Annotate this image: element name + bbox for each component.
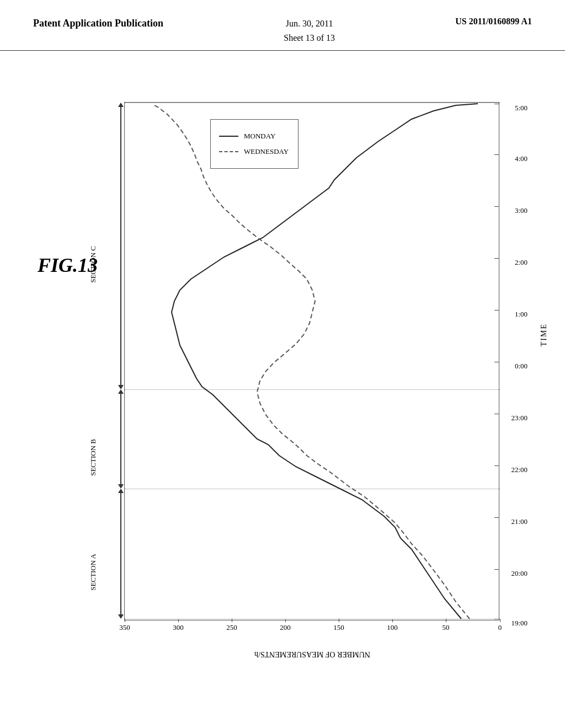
x-axis-title: NUMBER OF MEASUREMENTS/h [125, 650, 500, 659]
section-c-arrow [118, 103, 124, 389]
y-tick-300: 3:00 [515, 206, 527, 215]
sheet-info: Sheet 13 of 13 [284, 33, 335, 42]
publication-title: Patent Application Publication [33, 17, 163, 30]
x-tick-350: 350 [119, 623, 130, 632]
x-tick-250: 250 [226, 623, 237, 632]
chart-plot-area: MONDAY WEDNESDAY 5:00 4:00 3:00 2:00 [124, 102, 499, 620]
x-tick-0: 0 [498, 623, 502, 632]
section-b-arrow [118, 389, 124, 489]
y-tick-400: 4:00 [515, 154, 527, 163]
section-a-label: SECTION A [89, 554, 98, 591]
page-header: Patent Application Publication Jun. 30, … [0, 0, 565, 51]
tick-x-0 [500, 619, 500, 622]
section-c-label: SECTION C [89, 246, 98, 283]
publication-date: Jun. 30, 2011 [286, 19, 333, 28]
chart-container: MONDAY WEDNESDAY 5:00 4:00 3:00 2:00 [80, 102, 516, 654]
monday-curve [172, 104, 478, 619]
y-tick-2000: 20:00 [511, 569, 527, 578]
y-tick-1900: 19:00 [511, 619, 527, 628]
patent-number: US 2011/0160899 A1 [455, 17, 532, 26]
x-tick-300: 300 [173, 623, 184, 632]
y-tick-200: 2:00 [515, 258, 527, 267]
x-tick-200: 200 [280, 623, 291, 632]
y-axis-title: TIME [540, 323, 548, 346]
x-tick-100: 100 [387, 623, 398, 632]
y-tick-000: 0:00 [515, 362, 527, 371]
date-sheet-info: Jun. 30, 2011 Sheet 13 of 13 [284, 17, 335, 45]
chart-svg [125, 103, 500, 621]
y-tick-2300: 23:00 [511, 414, 527, 422]
section-b-label: SECTION B [89, 439, 98, 476]
x-tick-150: 150 [333, 623, 344, 632]
y-tick-100: 1:00 [515, 310, 527, 319]
y-tick-500: 5:00 [515, 104, 527, 113]
section-a-arrow [118, 489, 124, 619]
y-tick-2100: 21:00 [511, 517, 527, 526]
wednesday-curve [152, 104, 470, 619]
y-tick-2200: 22:00 [511, 465, 527, 474]
x-tick-50: 50 [443, 623, 450, 632]
